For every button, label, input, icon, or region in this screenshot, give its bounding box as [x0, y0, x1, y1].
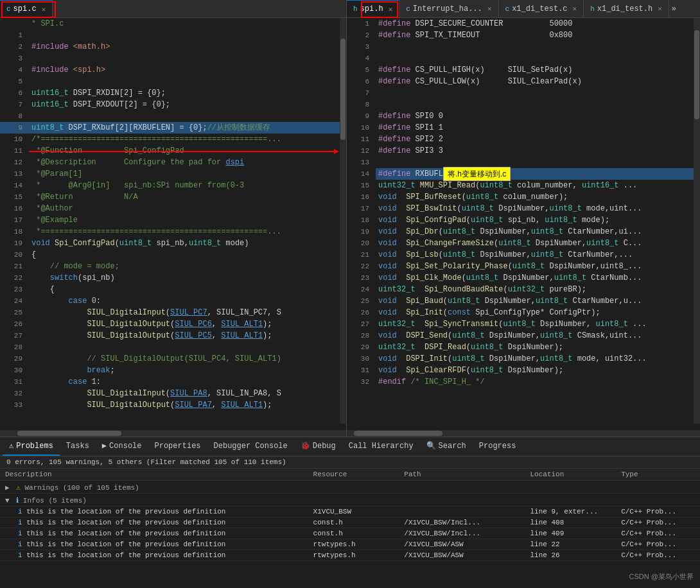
right-h-scrollbar-thumb[interactable] [354, 431, 442, 436]
tab-progress[interactable]: Progress [473, 437, 523, 456]
tab-debugger-label: Debugger Console [214, 442, 288, 451]
tab-search[interactable]: 🔍 Search [420, 437, 473, 456]
warnings-section-row[interactable]: ▶ ⚠ Warnings (100 of 105 items) [0, 481, 700, 494]
tab-spi-h-label: spi.h [360, 4, 383, 13]
row-path-4: /X1VCU_BSW/ASW [399, 539, 525, 550]
right-h-scrollbar[interactable] [347, 430, 700, 437]
code-line-32: 32 SIUL_DigitalInput(SIUL_PA8, SIUL_IN_P… [0, 388, 346, 399]
left-scrollbar[interactable] [340, 18, 346, 424]
r-line-30: 30 void DSPI_Init(uint8_t DspiNumber,uin… [347, 353, 700, 365]
code-line-33: 33 SIUL_DigitalOutput(SIUL_PA7, SIUL_ALT… [0, 399, 346, 411]
table-row[interactable]: i this is the location of the previous d… [0, 528, 700, 539]
watermark: CSDN @菜鸟小世界 [629, 572, 694, 582]
row-type-3: C/C++ Prob... [616, 528, 700, 539]
tab-call-hierarchy[interactable]: Call Hierarchy [342, 437, 420, 456]
right-scrollbar-thumb[interactable] [694, 30, 699, 119]
tab-x1-di-test-h[interactable]: h x1_di_test.h ✕ [584, 0, 669, 17]
tab-debug[interactable]: 🐞 Debug [294, 437, 342, 456]
tab-spi-c-close[interactable]: ✕ [42, 5, 46, 13]
r-line-1: 1 #define DSPI_SECURE_COUNTER 50000 [347, 18, 700, 30]
tab-callhierarchy-label: Call Hierarchy [349, 442, 414, 451]
code-line-breadcrumb: * SPI.c [0, 18, 346, 30]
row-location-1: line 9, exter... [525, 506, 616, 517]
panel-content: 0 errors, 105 warnings, 5 others (Filter… [0, 456, 700, 588]
right-tab-bar: h spi.h ✕ c Interrupt_ha... ✕ c x1_di_te… [347, 0, 700, 18]
r-line-27: 27 uint32_t Spi_SyncTransmit(uint8_t Dsp… [347, 318, 700, 330]
col-location: Location [525, 469, 616, 481]
overflow-tabs-button[interactable]: » [669, 0, 679, 17]
tab-interrupt-close[interactable]: ✕ [487, 4, 492, 13]
r-line-22: 22 void Spi_Set_Polarity_Phase(uint8_t D… [347, 261, 700, 272]
code-line-18: 18 *====================================… [0, 226, 346, 238]
code-line-5: 5 [0, 76, 346, 87]
tab-spi-h-close[interactable]: ✕ [389, 5, 393, 13]
tab-problems-label: Problems [16, 442, 53, 451]
right-scrollbar[interactable] [694, 18, 700, 424]
tab-console[interactable]: ▶ Console [96, 437, 148, 456]
code-line-28: 28 [0, 342, 346, 353]
right-editor-wrapper: 1 #define DSPI_SECURE_COUNTER 50000 2 #d… [347, 18, 700, 430]
tab-debugger-console[interactable]: Debugger Console [207, 437, 294, 456]
row-info-icon-2: i [18, 519, 22, 526]
tab-properties-label: Properties [155, 442, 201, 451]
r-line-5: 5 #define CS_PULL_HIGH(x) SIUL_SetPad(x) [347, 64, 700, 76]
r-line-3: 3 [347, 41, 700, 53]
code-line-2: 2 #include <math.h> [0, 41, 346, 53]
left-editor-wrapper: * SPI.c 1 2 #include <math.h> 3 4 #inclu… [0, 18, 346, 430]
tab-interrupt[interactable]: c Interrupt_ha... ✕ [399, 0, 498, 17]
tab-spi-c-label: spi.c [13, 4, 37, 13]
tab-properties[interactable]: Properties [148, 437, 207, 456]
tab-tasks[interactable]: Tasks [60, 437, 96, 456]
left-scrollbar-thumb[interactable] [340, 39, 346, 140]
table-row[interactable]: i this is the location of the previous d… [0, 550, 700, 561]
code-line-29: 29 // SIUL_DigitalOutput(SIUL_PC4, SIUL_… [0, 353, 346, 365]
code-line-7: 7 uint16_t DSPI_RXDOUT[2] = {0}; [0, 99, 346, 110]
code-line-20: 20 { [0, 249, 346, 261]
row-desc-5: this is the location of the previous def… [26, 551, 225, 559]
left-tab-bar: c spi.c ✕ [0, 0, 346, 18]
code-line-19: 19 void Spi_ConfigPad(uint8_t spi_nb,uin… [0, 238, 346, 249]
row-location-5: line 26 [525, 550, 616, 561]
row-path-5: /X1VCU_BSW/ASW [399, 550, 525, 561]
code-line-21: 21 // mode = mode; [0, 261, 346, 272]
c-file-icon-2: c [406, 5, 410, 13]
code-line-12: 12 *@Description Configure the pad for d… [0, 157, 346, 168]
left-h-scrollbar-thumb[interactable] [17, 431, 121, 436]
left-code-container[interactable]: * SPI.c 1 2 #include <math.h> 3 4 #inclu… [0, 18, 346, 430]
code-line-30: 30 break; [0, 365, 346, 376]
code-line-22: 22 switch(spi_nb) [0, 272, 346, 284]
row-resource-5: rtwtypes.h [308, 550, 399, 561]
table-row[interactable]: i this is the location of the previous d… [0, 539, 700, 550]
col-path: Path [399, 469, 525, 481]
row-resource-4: rtwtypes.h [308, 539, 399, 550]
right-code-container[interactable]: 1 #define DSPI_SECURE_COUNTER 50000 2 #d… [347, 18, 700, 430]
problems-table: Description Resource Path Location Type … [0, 469, 700, 561]
code-line-9-highlight: 9 uint8_t DSPI_RXbuf[2][RXBUFLEN] = {0};… [0, 122, 346, 134]
r-line-21: 21 void Spi_Lsb(uint8_t DspiNumber,uint8… [347, 249, 700, 261]
r-line-32: 32 #endif /* INC_SPI_H_ */ [347, 376, 700, 388]
problems-scroll[interactable]: Description Resource Path Location Type … [0, 469, 700, 584]
table-row[interactable]: i this is the location of the previous d… [0, 517, 700, 528]
tab-x1-test-c-close[interactable]: ✕ [573, 4, 577, 13]
row-type-4: C/C++ Prob... [616, 539, 700, 550]
tab-tasks-label: Tasks [66, 442, 89, 451]
infos-expand-icon: ▼ [5, 497, 10, 505]
left-h-scrollbar[interactable] [0, 430, 346, 437]
tab-spi-c[interactable]: c spi.c ✕ [0, 0, 53, 17]
table-row[interactable]: i this is the location of the previous d… [0, 506, 700, 517]
tab-progress-label: Progress [479, 442, 516, 451]
tab-x1-di-test-c[interactable]: c x1_di_test.c ✕ [499, 0, 584, 17]
code-line-10: 10 /*===================================… [0, 134, 346, 145]
r-line-31: 31 void Spi_ClearRFDF(uint8_t DspiNumber… [347, 365, 700, 376]
row-resource-1: X1VCU_BSW [308, 506, 399, 517]
tab-x1-test-h-close[interactable]: ✕ [658, 4, 662, 13]
code-line-31: 31 case 1: [0, 376, 346, 388]
infos-section-row[interactable]: ▼ ℹ Infos (5 items) [0, 494, 700, 506]
code-line-14: 14 * @Arg0[in] spi_nb:SPi number from(0-… [0, 180, 346, 191]
r-line-24: 24 uint32_t Spi_RoundBaudRate(uint32_t p… [347, 284, 700, 295]
tab-problems[interactable]: ⚠ Problems [3, 437, 60, 456]
tab-spi-h[interactable]: h spi.h ✕ [347, 0, 399, 17]
row-type-1: C/C++ Prob... [616, 506, 700, 517]
row-location-2: line 408 [525, 517, 616, 528]
r-line-12: 12 #define SPI3 3 [347, 145, 700, 157]
